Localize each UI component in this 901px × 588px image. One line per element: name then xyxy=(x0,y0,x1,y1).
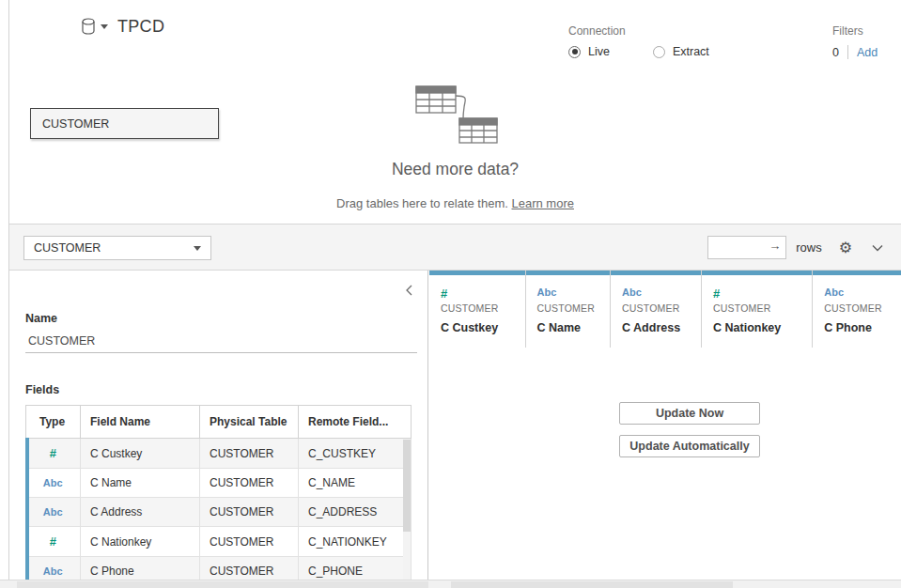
grid-column-header[interactable]: # CUSTOMER C Custkey xyxy=(429,271,526,348)
type-icon: Abc xyxy=(43,565,63,577)
grid-column-header[interactable]: Abc CUSTOMER C Address xyxy=(611,271,702,348)
remote-field-cell: C_ADDRESS xyxy=(299,498,412,527)
relationship-canvas: TPCD Connection Live Extract Filters 0 A… xyxy=(9,0,901,224)
type-icon: # xyxy=(713,286,812,300)
type-icon: Abc xyxy=(622,286,701,300)
caret-down-icon xyxy=(194,246,201,251)
empty-state-title: Need more data? xyxy=(9,160,901,179)
col-header-physical-table: Physical Table xyxy=(200,406,299,439)
table-details-toolbar: CUSTOMER → rows ⚙ xyxy=(9,224,901,271)
table-select-value: CUSTOMER xyxy=(34,241,101,255)
window-left-edge xyxy=(0,0,9,588)
gear-icon[interactable]: ⚙ xyxy=(839,239,852,256)
grid-column-table: CUSTOMER xyxy=(824,302,901,314)
radio-extract-label: Extract xyxy=(673,45,709,58)
grid-column-table: CUSTOMER xyxy=(622,302,701,314)
fields-scrollbar xyxy=(403,439,411,580)
field-name-cell: C Nationkey xyxy=(81,527,200,557)
filters-add-link[interactable]: Add xyxy=(857,46,878,59)
physical-table-cell: CUSTOMER xyxy=(200,527,299,557)
filters-divider xyxy=(847,45,848,59)
filters-section: Filters 0 Add xyxy=(832,24,878,59)
column-accent-strip xyxy=(611,271,701,275)
type-icon: Abc xyxy=(537,286,611,300)
field-row[interactable]: Abc C Address CUSTOMER C_ADDRESS xyxy=(26,498,412,527)
fields-table-header-row: Type Field Name Physical Table Remote Fi… xyxy=(26,406,412,439)
remote-field-cell: C_NAME xyxy=(299,469,412,498)
type-icon: Abc xyxy=(43,506,63,518)
connection-section: Connection Live Extract xyxy=(568,24,709,58)
rows-label: rows xyxy=(796,240,821,255)
radio-extract[interactable]: Extract xyxy=(653,45,709,58)
col-header-remote-field: Remote Field... xyxy=(299,406,412,439)
field-name-cell: C Custkey xyxy=(81,439,200,469)
type-icon: # xyxy=(50,446,56,460)
related-tables-illustration-icon xyxy=(411,85,501,147)
fields-scrollbar-thumb[interactable] xyxy=(403,440,411,532)
column-accent-strip xyxy=(702,271,812,275)
grid-column-name: C Nationkey xyxy=(713,321,812,334)
column-accent-strip xyxy=(526,271,611,275)
arrow-right-icon[interactable]: → xyxy=(769,239,781,253)
name-input[interactable] xyxy=(25,329,417,353)
horizontal-scrollbar xyxy=(0,580,901,588)
database-icon[interactable] xyxy=(81,18,108,37)
caret-down-icon xyxy=(101,24,108,29)
fields-label: Fields xyxy=(25,383,59,396)
chevron-down-icon[interactable] xyxy=(871,242,884,254)
radio-live-label: Live xyxy=(588,45,610,58)
fields-table: Type Field Name Physical Table Remote Fi… xyxy=(25,405,412,586)
grid-column-name: C Custkey xyxy=(441,321,525,334)
filters-label: Filters xyxy=(832,24,878,38)
filters-count: 0 xyxy=(832,46,839,59)
radio-live[interactable]: Live xyxy=(568,45,610,58)
grid-column-name: C Phone xyxy=(824,321,901,334)
grid-column-name: C Address xyxy=(622,321,701,334)
grid-column-header[interactable]: Abc CUSTOMER C Name xyxy=(526,271,612,348)
field-name-cell: C Address xyxy=(81,498,200,527)
learn-more-link[interactable]: Learn more xyxy=(511,196,573,210)
grid-column-table: CUSTOMER xyxy=(441,302,525,314)
column-accent-strip xyxy=(429,271,525,275)
radio-extract-icon xyxy=(653,46,665,58)
field-properties-panel: Name Fields Type Field Name Physical Tab… xyxy=(9,271,427,580)
grid-column-header[interactable]: Abc CUSTOMER C Phone xyxy=(813,271,901,348)
grid-column-table: CUSTOMER xyxy=(713,302,812,314)
data-source-page: TPCD Connection Live Extract Filters 0 A… xyxy=(0,0,901,588)
type-icon: # xyxy=(441,286,525,300)
name-label: Name xyxy=(25,312,57,325)
physical-table-cell: CUSTOMER xyxy=(200,469,299,498)
fields-hscroll-thumb[interactable] xyxy=(17,581,428,588)
physical-table-cell: CUSTOMER xyxy=(200,498,299,527)
update-now-button[interactable]: Update Now xyxy=(619,402,760,425)
empty-state-hint: Drag tables here to relate them. xyxy=(336,196,508,210)
remote-field-cell: C_CUSTKEY xyxy=(299,439,412,469)
grid-column-table: CUSTOMER xyxy=(537,302,611,314)
physical-table-cell: CUSTOMER xyxy=(200,439,299,469)
grid-column-name: C Name xyxy=(537,321,611,334)
column-accent-strip xyxy=(813,271,901,275)
data-grid-header: # CUSTOMER C Custkey Abc CUSTOMER C Name… xyxy=(429,271,901,348)
field-row[interactable]: Abc C Name CUSTOMER C_NAME xyxy=(26,469,412,498)
selected-table-accent xyxy=(25,438,29,580)
grid-column-header[interactable]: # CUSTOMER C Nationkey xyxy=(702,271,813,348)
datasource-header: TPCD xyxy=(81,17,164,37)
field-row[interactable]: # C Nationkey CUSTOMER C_NATIONKEY xyxy=(26,527,412,557)
type-icon: Abc xyxy=(824,286,901,300)
table-select-dropdown[interactable]: CUSTOMER xyxy=(23,236,211,260)
radio-live-icon xyxy=(568,46,581,58)
collapse-panel-icon[interactable] xyxy=(404,284,415,297)
bottom-pane: Name Fields Type Field Name Physical Tab… xyxy=(9,271,901,580)
empty-state: Need more data? Drag tables here to rela… xyxy=(9,85,901,210)
update-automatically-button[interactable]: Update Automatically xyxy=(619,435,760,457)
field-name-cell: C Name xyxy=(81,469,200,498)
remote-field-cell: C_NATIONKEY xyxy=(299,527,412,557)
connection-label: Connection xyxy=(568,24,709,38)
col-header-field-name: Field Name xyxy=(81,406,200,439)
type-icon: # xyxy=(50,534,56,549)
data-grid-panel: # CUSTOMER C Custkey Abc CUSTOMER C Name… xyxy=(427,271,901,580)
field-row[interactable]: # C Custkey CUSTOMER C_CUSTKEY xyxy=(26,439,412,469)
type-icon: Abc xyxy=(43,477,63,488)
col-header-type: Type xyxy=(26,406,81,439)
grid-hscroll-thumb[interactable] xyxy=(451,581,733,588)
